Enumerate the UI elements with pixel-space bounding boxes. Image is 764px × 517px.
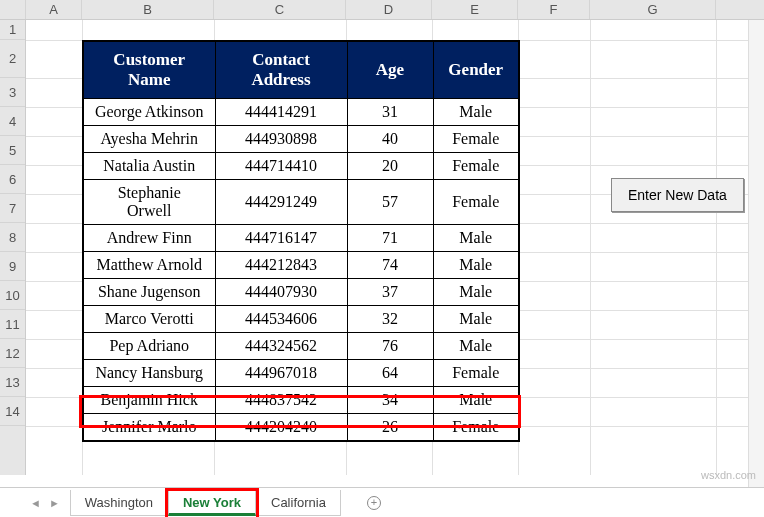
table-cell[interactable]: Female (433, 414, 519, 442)
table-cell[interactable]: Male (433, 225, 519, 252)
table-cell[interactable]: 57 (347, 180, 433, 225)
table-cell[interactable]: 32 (347, 306, 433, 333)
row-header[interactable]: 8 (0, 223, 25, 252)
table-cell[interactable]: 31 (347, 99, 433, 126)
chevron-right-icon: ► (49, 497, 60, 509)
table-row: Ayesha Mehrin44493089840Female (83, 126, 519, 153)
table-row: Marco Verotti44453460632Male (83, 306, 519, 333)
table-cell[interactable]: Marco Verotti (83, 306, 215, 333)
table-cell[interactable]: Female (433, 126, 519, 153)
table-row: Andrew Finn44471614771Male (83, 225, 519, 252)
table-row: Stephanie Orwell44429124957Female (83, 180, 519, 225)
table-cell[interactable]: 444716147 (215, 225, 347, 252)
row-header[interactable]: 1 (0, 20, 25, 40)
cell-canvas[interactable]: Customer NameContact AddressAgeGender Ge… (26, 20, 764, 475)
table-header-cell: Contact Address (215, 41, 347, 99)
table-cell[interactable]: Stephanie Orwell (83, 180, 215, 225)
row-header[interactable]: 14 (0, 397, 25, 426)
table-row: Shane Jugenson44440793037Male (83, 279, 519, 306)
table-header-cell: Customer Name (83, 41, 215, 99)
table-cell[interactable]: 444324562 (215, 333, 347, 360)
table-cell[interactable]: Shane Jugenson (83, 279, 215, 306)
vertical-scrollbar[interactable] (748, 20, 764, 487)
row-header[interactable]: 3 (0, 78, 25, 107)
table-cell[interactable]: 444534606 (215, 306, 347, 333)
table-cell[interactable]: Pep Adriano (83, 333, 215, 360)
table-cell[interactable]: 444291249 (215, 180, 347, 225)
table-cell[interactable]: Male (433, 387, 519, 414)
row-header[interactable]: 4 (0, 107, 25, 136)
table-cell[interactable]: 444414291 (215, 99, 347, 126)
table-cell[interactable]: 444212843 (215, 252, 347, 279)
table-cell[interactable]: Female (433, 153, 519, 180)
sheet-tab-bar: ◄ ► WashingtonNew YorkCalifornia + (0, 487, 764, 517)
spreadsheet-area: ABCDEFG 1234567891011121314 Customer Nam… (0, 0, 764, 475)
select-all-corner[interactable] (0, 0, 26, 19)
table-cell[interactable]: 444407930 (215, 279, 347, 306)
column-header[interactable]: E (432, 0, 518, 19)
table-cell[interactable]: Matthew Arnold (83, 252, 215, 279)
table-cell[interactable]: 444714410 (215, 153, 347, 180)
add-sheet-button[interactable]: + (357, 492, 391, 514)
table-cell[interactable]: 26 (347, 414, 433, 442)
tabs-container: WashingtonNew YorkCalifornia (70, 490, 341, 516)
column-header[interactable]: G (590, 0, 716, 19)
table-cell[interactable]: Female (433, 180, 519, 225)
table-cell[interactable]: 444837542 (215, 387, 347, 414)
table-row: Nancy Hansburg44496701864Female (83, 360, 519, 387)
table-cell[interactable]: Male (433, 306, 519, 333)
row-header[interactable]: 7 (0, 194, 25, 223)
column-header[interactable]: C (214, 0, 346, 19)
table-row: George Atkinson44441429131Male (83, 99, 519, 126)
table-cell[interactable]: 71 (347, 225, 433, 252)
row-header[interactable]: 10 (0, 281, 25, 310)
table-cell[interactable]: George Atkinson (83, 99, 215, 126)
table-cell[interactable]: 20 (347, 153, 433, 180)
row-header[interactable]: 6 (0, 165, 25, 194)
table-row: Matthew Arnold44421284374Male (83, 252, 519, 279)
table-row: Jennifer Marlo44420424026Female (83, 414, 519, 442)
enter-new-data-button[interactable]: Enter New Data (611, 178, 744, 212)
row-header[interactable]: 11 (0, 310, 25, 339)
table-cell[interactable]: 74 (347, 252, 433, 279)
column-header[interactable]: D (346, 0, 432, 19)
table-cell[interactable]: 444967018 (215, 360, 347, 387)
table-cell[interactable]: Nancy Hansburg (83, 360, 215, 387)
table-cell[interactable]: Ayesha Mehrin (83, 126, 215, 153)
table-cell[interactable]: 444930898 (215, 126, 347, 153)
table-cell[interactable]: 64 (347, 360, 433, 387)
column-header[interactable]: F (518, 0, 590, 19)
table-cell[interactable]: Andrew Finn (83, 225, 215, 252)
chevron-left-icon: ◄ (30, 497, 41, 509)
table-row: Pep Adriano44432456276Male (83, 333, 519, 360)
column-header[interactable]: B (82, 0, 214, 19)
sheet-tab[interactable]: Washington (70, 490, 168, 516)
table-cell[interactable]: Male (433, 333, 519, 360)
table-header-cell: Gender (433, 41, 519, 99)
table-cell[interactable]: Male (433, 279, 519, 306)
sheet-tab[interactable]: California (256, 490, 341, 516)
table-cell[interactable]: 444204240 (215, 414, 347, 442)
row-header[interactable]: 5 (0, 136, 25, 165)
table-cell[interactable]: Female (433, 360, 519, 387)
table-cell[interactable]: Benjamin Hick (83, 387, 215, 414)
column-header[interactable]: A (26, 0, 82, 19)
sheet-tab[interactable]: New York (168, 490, 256, 516)
row-header[interactable]: 2 (0, 40, 25, 78)
row-header[interactable]: 9 (0, 252, 25, 281)
table-cell[interactable]: 37 (347, 279, 433, 306)
row-header[interactable]: 13 (0, 368, 25, 397)
table-cell[interactable]: Jennifer Marlo (83, 414, 215, 442)
plus-icon: + (367, 496, 381, 510)
table-cell[interactable]: 34 (347, 387, 433, 414)
tab-nav-arrows[interactable]: ◄ ► (30, 497, 60, 509)
table-cell[interactable]: Natalia Austin (83, 153, 215, 180)
table-row: Natalia Austin44471441020Female (83, 153, 519, 180)
row-header[interactable]: 12 (0, 339, 25, 368)
table-cell[interactable]: 76 (347, 333, 433, 360)
customer-table: Customer NameContact AddressAgeGender Ge… (82, 40, 520, 442)
table-cell[interactable]: Male (433, 252, 519, 279)
table-cell[interactable]: 40 (347, 126, 433, 153)
watermark-text: wsxdn.com (701, 469, 756, 481)
table-cell[interactable]: Male (433, 99, 519, 126)
